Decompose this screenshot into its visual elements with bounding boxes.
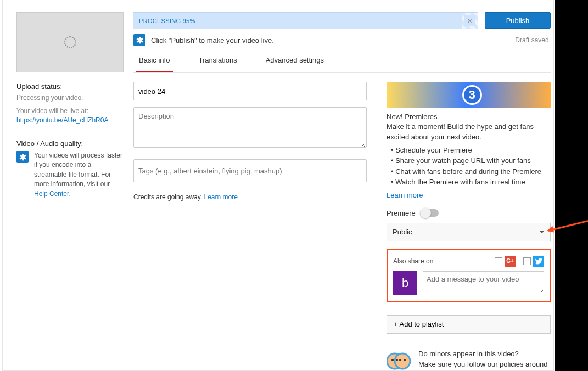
minors-icon	[387, 349, 411, 371]
svg-point-4	[399, 359, 401, 361]
gplus-icon: G+	[505, 256, 516, 267]
form-right: 3 New! Premieres Make it a moment! Build…	[387, 82, 551, 371]
upload-status-text: Processing your video.	[16, 93, 124, 103]
privacy-select[interactable]: Public	[387, 223, 551, 241]
add-to-playlist-button[interactable]: + Add to playlist	[387, 315, 551, 334]
premieres-text: Make it a moment! Build the hype and get…	[387, 122, 551, 143]
share-twitter-checkbox[interactable]	[523, 257, 531, 265]
publish-button[interactable]: Publish	[485, 12, 551, 29]
list-item: Schedule your Premiere	[391, 145, 551, 156]
spinner-icon	[64, 36, 76, 48]
tab-basic-info[interactable]: Basic info	[136, 56, 173, 72]
premieres-bullets: Schedule your Premiere Share your watch …	[391, 145, 551, 188]
help-center-link[interactable]: Help Center	[34, 190, 69, 198]
premieres-title: New! Premieres	[387, 113, 551, 121]
premiere-toggle-label: Premiere	[387, 209, 416, 217]
list-item: Watch the Premiere with fans in real tim…	[391, 177, 551, 188]
quality-text: Your videos will process faster if you e…	[34, 151, 124, 199]
svg-point-1	[395, 353, 410, 369]
share-icons: G+	[495, 256, 544, 267]
draft-saved-label: Draft saved.	[515, 36, 551, 44]
processing-label: PROCESSING 95%	[139, 18, 195, 24]
premieres-learn-more-link[interactable]: Learn more	[387, 191, 423, 199]
list-item: Chat with fans before and during the Pre…	[391, 166, 551, 177]
svg-point-2	[391, 359, 394, 361]
credits-text: Credits are going away.	[133, 193, 204, 201]
video-thumbnail-placeholder	[16, 12, 124, 72]
form-left: Credits are going away. Learn more	[133, 82, 367, 371]
twitter-icon	[533, 256, 544, 267]
premiere-banner: 3	[387, 82, 551, 108]
also-share-box: Also share on G+	[387, 249, 551, 302]
video-url-link[interactable]: https://youtu.be/AUe_cHZhR0A	[16, 116, 108, 124]
left-column: Upload status: Processing your video. Yo…	[16, 12, 124, 199]
publish-hint: Click "Publish" to make your video live.	[151, 36, 274, 44]
black-sidebar	[555, 0, 588, 371]
quality-text-body: Your videos will process faster if you e…	[34, 151, 122, 188]
upload-panel: Upload status: Processing your video. Yo…	[2, 0, 554, 371]
minors-title: Do minors appear in this video?	[418, 349, 551, 359]
minors-text: Make sure you follow our policies around…	[418, 360, 548, 371]
list-item: Share your watch page URL with your fans	[391, 155, 551, 166]
svg-point-3	[396, 359, 398, 361]
credits-learn-more-link[interactable]: Learn more	[204, 193, 238, 201]
live-at-label: Your video will be live at:	[16, 106, 124, 116]
tab-translations[interactable]: Translations	[195, 56, 240, 72]
close-icon[interactable]: ✕	[464, 15, 475, 26]
processing-bar: PROCESSING 95% ✕	[133, 12, 478, 29]
asterisk-icon: ✱	[16, 151, 29, 163]
asterisk-icon: ✱	[133, 34, 145, 46]
top-bar: PROCESSING 95% ✕ Publish	[133, 12, 551, 29]
premiere-countdown-icon: 3	[462, 85, 482, 105]
right-column: PROCESSING 95% ✕ Publish ✱ Click "Publis…	[133, 12, 551, 371]
avatar: b	[393, 271, 417, 295]
tabs: Basic info Translations Advanced setting…	[133, 56, 551, 73]
minors-section: Do minors appear in this video? Make sur…	[387, 349, 551, 371]
premiere-toggle[interactable]	[420, 209, 439, 217]
upload-status-title: Upload status:	[16, 82, 124, 91]
credits-notice: Credits are going away. Learn more	[133, 193, 367, 201]
tags-input[interactable]	[133, 159, 367, 182]
title-input[interactable]	[133, 82, 367, 100]
svg-point-5	[404, 359, 406, 361]
tab-advanced-settings[interactable]: Advanced settings	[262, 56, 327, 72]
quality-title: Video / Audio quality:	[16, 139, 124, 148]
share-gplus-checkbox[interactable]	[495, 257, 502, 265]
chevron-down-icon	[539, 231, 545, 233]
description-textarea[interactable]	[133, 107, 367, 148]
privacy-value: Public	[393, 228, 412, 236]
share-message-textarea[interactable]	[423, 271, 544, 295]
also-share-label: Also share on	[393, 257, 433, 265]
